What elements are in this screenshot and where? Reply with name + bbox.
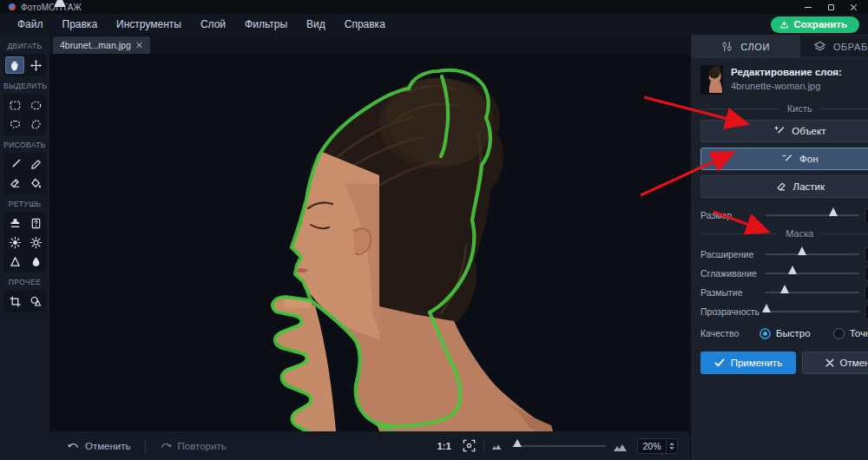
quality-precise-label: Точно	[850, 328, 868, 338]
menu-layer[interactable]: Слой	[192, 16, 234, 33]
quality-fast-label: Быстро	[776, 328, 811, 338]
title-bar: ФотоМОНТАЖ	[0, 0, 868, 14]
hand-tool-button[interactable]	[5, 56, 24, 74]
polygon-select-tool-button[interactable]	[26, 115, 45, 133]
menu-file[interactable]: Файл	[9, 16, 52, 33]
brush-plus-icon	[773, 125, 786, 137]
eraser-icon	[9, 177, 22, 190]
save-button[interactable]: Сохранить	[771, 16, 859, 33]
sharpen-tool-button[interactable]	[5, 253, 24, 270]
rect-select-tool-button[interactable]	[5, 96, 24, 114]
expansion-value-box[interactable]: -10	[865, 247, 868, 262]
fit-screen-icon[interactable]	[462, 438, 477, 453]
blur-tool-button[interactable]	[26, 253, 45, 270]
zoom-in-mountains-icon[interactable]	[613, 440, 630, 452]
expansion-slider-thumb[interactable]	[798, 246, 806, 255]
check-icon	[714, 358, 725, 367]
patch-tool-button[interactable]	[26, 214, 45, 232]
expansion-slider-row: Расширение -10	[700, 245, 868, 264]
opacity-label: Прозрачность	[700, 306, 760, 317]
expansion-label: Расширение	[700, 249, 760, 260]
crop-tool-button[interactable]	[5, 292, 24, 310]
opacity-value-box[interactable]: 0	[865, 305, 868, 319]
menu-help[interactable]: Справка	[336, 16, 394, 33]
opacity-value: 0	[865, 306, 868, 319]
background-brush-button[interactable]: Фон	[700, 148, 868, 170]
crop-icon	[9, 295, 22, 308]
blur-slider-thumb[interactable]	[780, 285, 789, 293]
undo-button[interactable]: Отменить	[62, 437, 136, 455]
document-tab-label: 4brunet...man.jpg	[60, 40, 131, 50]
size-value-box[interactable]: 70	[865, 208, 868, 223]
smoothing-slider[interactable]	[765, 273, 859, 274]
zoom-out-mountains-icon[interactable]	[491, 441, 505, 450]
maximize-button[interactable]	[821, 2, 840, 13]
blur-label: Размытие	[700, 287, 760, 298]
size-slider[interactable]	[765, 214, 859, 216]
fill-tool-button[interactable]	[26, 174, 45, 192]
shapes-tool-button[interactable]	[26, 292, 45, 310]
eraser-brush-button[interactable]: Ластик	[700, 175, 868, 198]
size-slider-thumb[interactable]	[829, 207, 838, 216]
object-brush-button[interactable]: Объект	[700, 120, 868, 142]
menu-tools[interactable]: Инструменты	[108, 16, 190, 33]
tab-layers[interactable]: СЛОИ	[691, 35, 799, 58]
apply-button-label: Применить	[731, 358, 782, 368]
close-icon	[850, 3, 858, 11]
eraser-tool-button[interactable]	[5, 174, 24, 192]
image-canvas[interactable]	[49, 54, 690, 431]
actual-size-button[interactable]: 1:1	[433, 439, 455, 453]
expansion-slider[interactable]	[765, 253, 859, 255]
app-window: ФотоМОНТАЖ Файл Правка Инструменты Слой …	[0, 0, 868, 460]
brightness-icon	[9, 236, 22, 249]
close-button[interactable]	[844, 2, 863, 13]
apply-button[interactable]: Применить	[700, 352, 796, 374]
undo-button-label: Отменить	[85, 441, 131, 451]
brightness-tool-button[interactable]	[5, 233, 24, 251]
tab-processing-label: ОБРАБОТКА	[833, 42, 868, 52]
brush-minus-icon	[781, 153, 793, 165]
minimize-button[interactable]	[799, 2, 818, 13]
spinner-up-icon[interactable]	[669, 443, 674, 445]
contrast-tool-button[interactable]	[26, 233, 45, 251]
stamp-tool-button[interactable]	[5, 214, 24, 232]
menu-filters[interactable]: Фильтры	[236, 16, 296, 33]
minimize-icon	[805, 7, 812, 8]
quality-fast-radio[interactable]: Быстро	[760, 328, 811, 339]
quality-precise-radio[interactable]: Точно	[833, 328, 868, 339]
cancel-action-button[interactable]: Отмена	[802, 352, 868, 374]
ellipse-select-icon	[30, 99, 43, 112]
toolbar-section-draw-label: РИСОВАТЬ	[3, 141, 46, 149]
brush-tool-button[interactable]	[5, 155, 24, 173]
move-tool-button[interactable]	[26, 56, 45, 74]
redo-button[interactable]: Повторить	[155, 437, 232, 455]
undo-icon	[67, 441, 80, 451]
menu-edit[interactable]: Правка	[54, 16, 107, 33]
patch-icon	[30, 217, 43, 230]
blur-value-box[interactable]: 22	[865, 286, 868, 300]
tab-layers-label: СЛОИ	[740, 42, 770, 52]
opacity-slider-thumb[interactable]	[762, 304, 771, 312]
opacity-slider[interactable]	[765, 311, 859, 312]
cancel-button-label: Отмена	[840, 358, 868, 368]
tab-processing[interactable]: ОБРАБОТКА	[799, 35, 868, 58]
lasso-tool-button[interactable]	[5, 115, 24, 133]
ellipse-select-tool-button[interactable]	[26, 96, 45, 114]
document-tab[interactable]: 4brunet...man.jpg	[53, 36, 150, 54]
blur-slider[interactable]	[765, 292, 859, 293]
zoom-slider[interactable]	[512, 445, 606, 447]
menu-view[interactable]: Вид	[298, 16, 334, 33]
move-icon	[30, 59, 43, 72]
zoom-percent-spinner[interactable]: 20%	[637, 438, 678, 454]
spinner-down-icon[interactable]	[669, 447, 674, 450]
blur-drop-icon	[30, 255, 43, 268]
document-tab-bar: 4brunet...man.jpg	[49, 35, 690, 54]
smoothing-value-box[interactable]: 32	[865, 266, 868, 281]
smoothing-slider-thumb[interactable]	[788, 266, 797, 274]
pencil-tool-button[interactable]	[26, 155, 45, 173]
brush-section-label: Кисть	[700, 103, 868, 114]
tab-close-icon[interactable]	[136, 42, 143, 49]
radio-selected-icon	[760, 328, 771, 339]
zoom-slider-thumb[interactable]	[513, 439, 522, 447]
redo-icon	[160, 441, 173, 451]
